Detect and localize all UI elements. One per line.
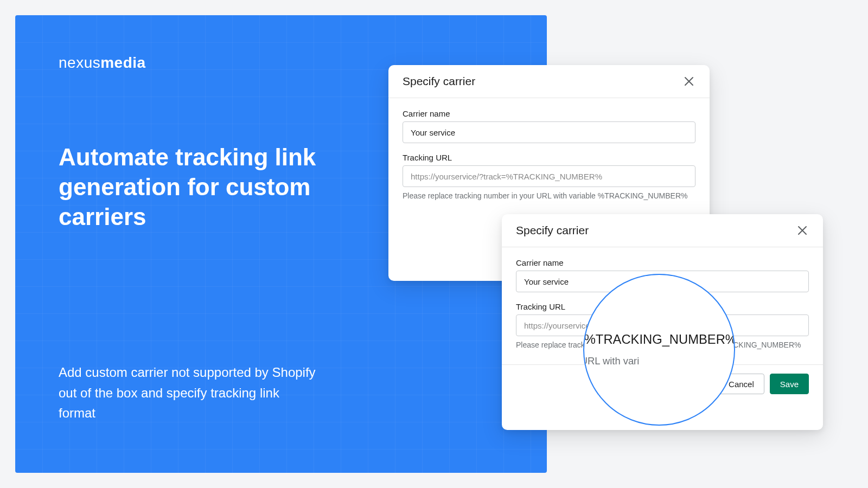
modal-body: Carrier name Tracking URL Please replace… <box>502 247 823 364</box>
subtext: Add custom carrier not supported by Shop… <box>59 362 319 423</box>
tracking-url-field: Tracking URL Please replace tracking num… <box>516 302 809 350</box>
specify-carrier-modal-front: Specify carrier Carrier name Tracking UR… <box>502 214 823 430</box>
modal-title: Specify carrier <box>403 75 475 88</box>
modal-header: Specify carrier <box>388 65 710 98</box>
close-icon[interactable] <box>682 75 695 88</box>
modal-header: Specify carrier <box>502 214 823 247</box>
tracking-url-input[interactable] <box>403 165 695 187</box>
cancel-button[interactable]: Cancel <box>718 374 764 394</box>
close-icon[interactable] <box>796 224 809 237</box>
carrier-name-field: Carrier name <box>403 109 695 143</box>
carrier-name-label: Carrier name <box>403 109 695 118</box>
modal-title: Specify carrier <box>516 224 589 237</box>
carrier-name-input[interactable] <box>403 121 695 143</box>
tracking-url-field: Tracking URL Please replace tracking num… <box>403 153 695 201</box>
modal-body: Carrier name Tracking URL Please replace… <box>388 98 710 215</box>
tracking-url-input[interactable] <box>516 314 809 336</box>
brand-bold: media <box>100 54 145 71</box>
tracking-url-label: Tracking URL <box>403 153 695 162</box>
tracking-help-text: Please replace tracking number in your U… <box>516 339 809 350</box>
headline: Automate tracking link generation for cu… <box>59 142 362 232</box>
tracking-url-label: Tracking URL <box>516 302 809 311</box>
brand-light: nexus <box>59 54 100 71</box>
carrier-name-field: Carrier name <box>516 258 809 292</box>
save-button[interactable]: Save <box>770 374 809 394</box>
carrier-name-input[interactable] <box>516 271 809 292</box>
tracking-help-text: Please replace tracking number in your U… <box>403 190 695 201</box>
carrier-name-label: Carrier name <box>516 258 809 267</box>
modal-footer: Cancel Save <box>502 364 823 403</box>
